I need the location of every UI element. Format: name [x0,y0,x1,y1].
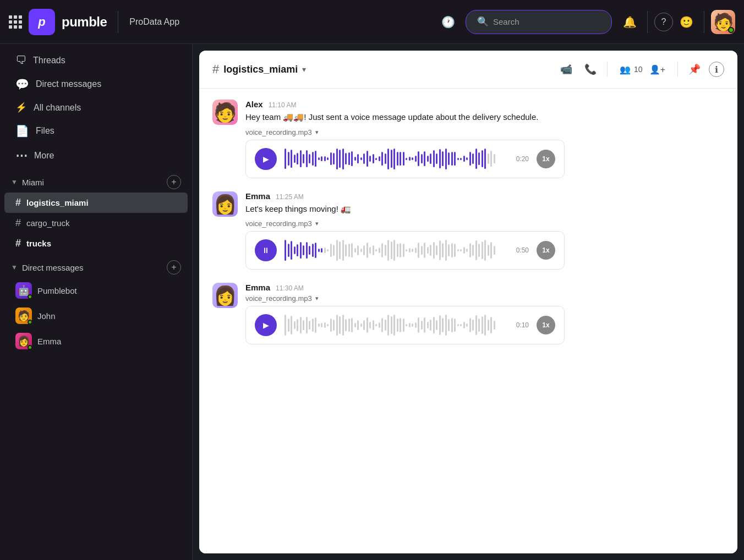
voice-filename-3: voice_recording.mp3 [245,294,312,303]
sidebar-item-all-channels[interactable]: ⚡ All channels [4,96,188,119]
waveform-2 [285,239,505,261]
msg-text-2: Let's keep things moving! 🚛 [245,203,724,216]
emma-avatar: 👩 [15,333,32,349]
hash-icon-2: # [15,217,21,229]
msg-text: Hey team 🚚🚚! Just sent a voice message u… [245,111,724,124]
john-label: John [37,311,56,321]
channel-item-logistics-miami[interactable]: # logistics_miami [4,193,188,213]
pumblebot-label: Pumblebot [37,286,77,295]
message-content-2: Emma 11:25 AM Let's keep things moving! … [245,191,724,270]
sidebar-item-more[interactable]: ⋯ More [4,143,188,168]
dm-pumblebot[interactable]: 🤖 Pumblebot [4,278,188,303]
sidebar-item-direct-messages[interactable]: 💬 Direct messages [4,72,188,96]
play-button[interactable]: ▶ [255,148,277,170]
pumblebot-avatar: 🤖 [15,282,32,299]
help-button[interactable]: ? [654,13,673,31]
duration-badge-3: 0:10 [512,321,529,329]
notifications-button[interactable]: 🔔 [619,11,641,33]
pause-button[interactable]: ⏸ [255,239,277,261]
search-icon: 🔍 [477,16,489,28]
sidebar-item-files[interactable]: 📄 Files [4,119,188,143]
add-dm-button[interactable]: + [167,260,181,274]
msg-time: 11:10 AM [269,101,297,109]
app-name: pumble [62,14,107,30]
threads-icon: 🗨 [15,54,26,67]
dm-section[interactable]: ▼ Direct messages + [0,254,192,278]
voice-filename-2: voice_recording.mp3 [245,219,312,228]
voice-file-label-2[interactable]: voice_recording.mp3 ▾ [245,219,724,228]
search-placeholder: Search [493,17,519,26]
add-channel-button[interactable]: + [167,175,181,189]
header-divider-3 [704,11,704,33]
miami-arrow-icon: ▼ [11,178,18,186]
workspace-name: ProData App [129,17,179,27]
grid-menu-icon[interactable] [9,15,22,29]
files-icon: 📄 [15,124,29,138]
dm-section-label: Direct messages [22,263,84,272]
dm-arrow-icon: ▼ [11,263,18,271]
main-layout: 🗨 Threads 💬 Direct messages ⚡ All channe… [0,44,744,560]
voice-player: ▶ 0:20 1x [245,140,565,178]
speed-badge-3[interactable]: 1x [537,316,555,334]
section-miami[interactable]: ▼ Miami + [0,168,192,193]
duration-badge: 0:20 [512,155,529,163]
emoji-button[interactable]: 🙂 [675,11,697,33]
add-member-icon: 👤+ [649,64,665,75]
search-bar[interactable]: 🔍 Search [466,10,612,34]
dm-label: Direct messages [36,79,101,89]
duration-badge-2: 0:50 [512,246,529,254]
user-avatar[interactable]: 🧑 [711,10,735,34]
voice-dropdown-icon-3: ▾ [315,295,319,302]
video-button[interactable]: 📹 [556,59,576,79]
message-row: 🧑 Alex 11:10 AM Hey team 🚚🚚! Just sent a… [212,100,724,178]
chat-header: # logistics_miami ▾ 📹 📞 👥 10 👤+ 📌 ℹ [199,51,737,89]
channel-item-trucks[interactable]: # trucks [4,233,188,254]
emma-label: Emma [37,337,61,346]
more-label: More [34,151,54,161]
channel-item-cargo-truck[interactable]: # cargo_truck [4,213,188,233]
john-avatar: 🧑 [15,308,32,324]
messages-area: 🧑 Alex 11:10 AM Hey team 🚚🚚! Just sent a… [199,89,737,553]
chat-header-icons: 📹 📞 👥 10 👤+ 📌 ℹ [556,59,724,79]
logo-box: p [29,9,55,35]
chat-area: # logistics_miami ▾ 📹 📞 👥 10 👤+ 📌 ℹ [199,51,737,553]
dm-john[interactable]: 🧑 John [4,303,188,328]
threads-label: Threads [33,56,65,65]
emma-msg-avatar: 👩 [212,191,238,217]
play-button-3[interactable]: ▶ [255,314,277,336]
sidebar-item-threads[interactable]: 🗨 Threads [4,48,188,72]
voice-player-3: ▶ 0:10 1x [245,306,565,344]
pumblebot-online [28,294,32,299]
info-button[interactable]: ℹ [709,62,724,77]
msg-author-2: Emma [245,191,270,201]
sidebar: 🗨 Threads 💬 Direct messages ⚡ All channe… [0,44,193,560]
channel-name-wrap[interactable]: # logistics_miami ▾ [212,62,306,76]
hash-icon-3: # [15,238,21,249]
voice-dropdown-icon-2: ▾ [315,220,319,227]
phone-button[interactable]: 📞 [581,59,600,79]
header-divider-chat-2 [677,62,678,77]
history-button[interactable]: 🕐 [437,11,459,33]
speed-badge[interactable]: 1x [537,150,555,168]
waveform [285,148,505,170]
pin-button[interactable]: 📌 [685,59,704,79]
voice-dropdown-icon: ▾ [315,129,319,136]
emma-online [28,345,32,350]
voice-file-label[interactable]: voice_recording.mp3 ▾ [245,128,724,136]
all-channels-icon: ⚡ [15,102,27,113]
alex-avatar: 🧑 [212,100,238,125]
msg-author-3: Emma [245,283,270,292]
voice-player-2: ⏸ 0:50 1x [245,231,565,270]
msg-author: Alex [245,100,263,109]
header-divider-2 [647,11,648,33]
dm-emma[interactable]: 👩 Emma [4,328,188,354]
top-header: p pumble ProData App 🕐 🔍 Search 🔔 ? 🙂 🧑 [0,0,744,44]
channel-dropdown-icon: ▾ [302,65,306,74]
channel-header-name: logistics_miami [223,64,298,75]
user-online-dot [728,27,734,33]
header-divider [118,11,118,33]
voice-file-label-3[interactable]: voice_recording.mp3 ▾ [245,294,724,303]
speed-badge-2[interactable]: 1x [537,241,555,260]
members-button[interactable]: 👥 10 👤+ [614,61,671,78]
channel-cargo-truck-label: cargo_truck [26,218,69,228]
